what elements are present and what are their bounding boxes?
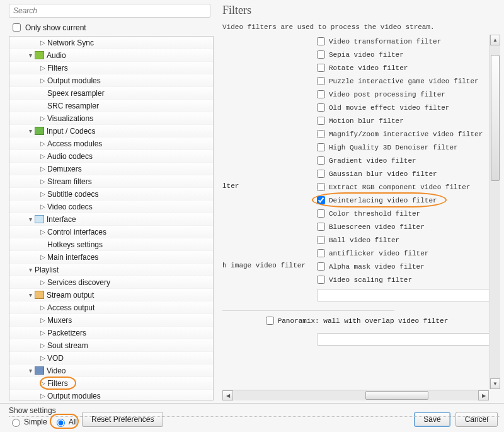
- expand-icon: [38, 342, 47, 349]
- radio-all[interactable]: All: [54, 417, 77, 427]
- chk-deinterlacing-video-filter-input[interactable]: [317, 196, 325, 204]
- checkbox-label: Gaussian blur video filter: [329, 170, 437, 178]
- chk-old-movie-effect-video-filter-input[interactable]: [317, 103, 325, 112]
- tree-item-video-output-modules[interactable]: Output modules: [9, 390, 213, 400]
- chk-gaussian-blur-video-filter[interactable]: Gaussian blur video filter: [317, 167, 489, 180]
- tree-item-muxers[interactable]: Muxers: [9, 314, 213, 327]
- tree-item-label: Control interfaces: [47, 228, 106, 236]
- tree-item-video[interactable]: Video: [9, 365, 213, 377]
- chk-sepia-video-filter[interactable]: Sepia video filter: [317, 48, 489, 61]
- chk-panoramix-input[interactable]: [266, 317, 274, 325]
- tree-item-audio-output-modules[interactable]: Output modules: [9, 74, 213, 87]
- chk-panoramix[interactable]: Panoramix: wall with overlap video filte…: [222, 315, 489, 327]
- chk-motion-blur-filter-input[interactable]: [317, 117, 325, 125]
- chk-alpha-mask-video-filter-input[interactable]: [317, 262, 325, 271]
- chk-video-post-processing-filter[interactable]: Video post processing filter: [317, 88, 489, 101]
- chk-antiflicker-video-filter-input[interactable]: [317, 249, 325, 257]
- tree-item-sout-stream[interactable]: Sout stream: [9, 339, 213, 352]
- only-show-current-input[interactable]: [13, 23, 21, 32]
- chk-gradient-video-filter[interactable]: Gradient video filter: [317, 154, 489, 167]
- chk-rotate-video-filter[interactable]: Rotate video filter: [317, 61, 489, 74]
- chk-magnify-zoom-interactive-video-filter-input[interactable]: [317, 130, 325, 138]
- tree-item-access-output[interactable]: Access output: [9, 301, 213, 314]
- tree-item-audio[interactable]: Audio: [9, 49, 213, 62]
- chk-deinterlacing-video-filter[interactable]: Deinterlacing video filter: [317, 194, 489, 207]
- tree-item-speex-resampler[interactable]: Speex resampler: [9, 87, 213, 100]
- chk-gradient-video-filter-input[interactable]: [317, 156, 325, 165]
- expand-icon: [38, 203, 47, 210]
- chk-puzzle-interactive-game-video-filter[interactable]: Puzzle interactive game video filter: [317, 74, 489, 88]
- chk-extract-rgb-component-video-filter[interactable]: Extract RGB component video filter: [317, 180, 489, 194]
- tree-item-label: Hotkeys settings: [47, 240, 103, 249]
- tree-item-label: Output modules: [47, 392, 101, 400]
- chk-color-threshold-filter[interactable]: Color threshold filter: [317, 207, 489, 220]
- radio-simple[interactable]: Simple: [9, 417, 47, 427]
- chk-puzzle-interactive-game-video-filter-input[interactable]: [317, 77, 325, 85]
- chk-video-transformation-filter[interactable]: Video transformation filter: [317, 35, 489, 48]
- tree-item-control-interfaces[interactable]: Control interfaces: [9, 226, 213, 238]
- vertical-scrollbar[interactable]: ▲▼: [490, 35, 500, 389]
- tree-item-input-codecs[interactable]: Input / Codecs: [9, 125, 213, 137]
- cancel-button[interactable]: Cancel: [455, 412, 498, 427]
- chk-magnify-zoom-interactive-video-filter[interactable]: Magnify/Zoom interactive video filter: [317, 127, 489, 141]
- chk-sepia-video-filter-input[interactable]: [317, 50, 325, 59]
- tree-item-video-filters[interactable]: Filters: [9, 377, 213, 390]
- chk-high-quality-3d-denoiser-filter[interactable]: High Quality 3D Denoiser filter: [317, 141, 489, 154]
- search-input[interactable]: [9, 4, 210, 18]
- reset-preferences-button[interactable]: Reset Preferences: [82, 412, 163, 427]
- collapse-icon: [26, 127, 35, 134]
- tree-item-stream-filters[interactable]: Stream filters: [9, 175, 213, 188]
- tree-item-label: Subtitle codecs: [47, 190, 98, 199]
- tree-item-audio-filters[interactable]: Filters: [9, 62, 213, 74]
- chk-old-movie-effect-video-filter[interactable]: Old movie effect video filter: [317, 101, 489, 114]
- chk-color-threshold-filter-input[interactable]: [317, 209, 325, 218]
- chk-video-post-processing-filter-input[interactable]: [317, 90, 325, 98]
- chk-ball-video-filter-input[interactable]: [317, 236, 325, 244]
- tree-item-interface[interactable]: Interface: [9, 213, 213, 226]
- chk-video-transformation-filter-input[interactable]: [317, 37, 325, 45]
- truncated-label-lter: lter: [222, 182, 239, 190]
- chk-alpha-mask-video-filter[interactable]: Alpha mask video filter: [317, 260, 489, 273]
- tree-item-label: SRC resampler: [47, 102, 99, 110]
- tree-item-services-discovery[interactable]: Services discovery: [9, 276, 213, 289]
- filter-text-input-1[interactable]: [317, 289, 489, 301]
- expand-icon: [38, 354, 47, 361]
- tree-item-hotkeys-settings[interactable]: Hotkeys settings: [9, 238, 213, 251]
- chk-motion-blur-filter[interactable]: Motion blur filter: [317, 114, 489, 127]
- tree-item-audio-codecs[interactable]: Audio codecs: [9, 150, 213, 163]
- only-show-current-checkbox[interactable]: Only show current: [10, 21, 214, 33]
- tree-item-packetizers[interactable]: Packetizers: [9, 327, 213, 339]
- tree-item-label: Network Sync: [47, 38, 94, 47]
- chk-bluescreen-video-filter[interactable]: Bluescreen video filter: [317, 220, 489, 233]
- checkbox-label: Old movie effect video filter: [329, 104, 449, 112]
- tree-item-main-interfaces[interactable]: Main interfaces: [9, 251, 213, 264]
- save-button[interactable]: Save: [414, 412, 450, 427]
- input-icon: [35, 127, 44, 135]
- tree-item-visualizations[interactable]: Visualizations: [9, 112, 213, 125]
- tree-item-demuxers[interactable]: Demuxers: [9, 163, 213, 175]
- checkbox-label: Ball video filter: [329, 236, 399, 244]
- chk-extract-rgb-component-video-filter-input[interactable]: [317, 183, 325, 191]
- chk-high-quality-3d-denoiser-filter-input[interactable]: [317, 143, 325, 151]
- chk-rotate-video-filter-input[interactable]: [317, 64, 325, 72]
- expand-icon: [38, 115, 47, 122]
- chk-bluescreen-video-filter-input[interactable]: [317, 223, 325, 231]
- chk-ball-video-filter[interactable]: Ball video filter: [317, 233, 489, 247]
- filter-text-input-2[interactable]: [317, 333, 489, 346]
- collapse-icon: [26, 216, 35, 223]
- tree-item-playlist[interactable]: Playlist: [9, 264, 213, 276]
- tree-item-subtitle-codecs[interactable]: Subtitle codecs: [9, 188, 213, 201]
- tree-item-src-resampler[interactable]: SRC resampler: [9, 100, 213, 112]
- tree-item-network-sync[interactable]: Network Sync: [9, 37, 213, 49]
- tree-item-stream-output[interactable]: Stream output: [9, 289, 213, 301]
- chk-video-scaling-filter[interactable]: Video scaling filter: [317, 273, 489, 286]
- expand-icon: [38, 228, 47, 235]
- tree-item-access-modules[interactable]: Access modules: [9, 137, 213, 150]
- horizontal-scrollbar[interactable]: ◀▶: [222, 390, 489, 400]
- chk-video-scaling-filter-input[interactable]: [317, 276, 325, 284]
- chk-gaussian-blur-video-filter-input[interactable]: [317, 170, 325, 178]
- checkbox-label: Gradient video filter: [329, 157, 416, 165]
- tree-item-vod[interactable]: VOD: [9, 352, 213, 365]
- tree-item-video-codecs[interactable]: Video codecs: [9, 201, 213, 213]
- chk-antiflicker-video-filter[interactable]: antiflicker video filter: [317, 247, 489, 260]
